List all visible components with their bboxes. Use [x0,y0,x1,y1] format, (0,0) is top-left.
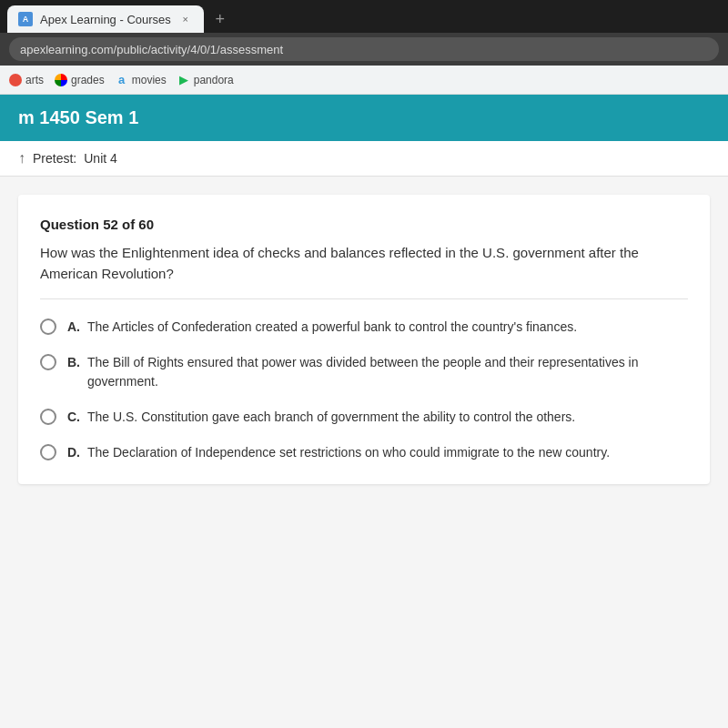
tab-close-button[interactable]: × [178,12,193,26]
new-tab-button[interactable]: + [207,6,233,32]
question-header: Question 52 of 60 [40,217,688,232]
radio-a[interactable] [40,318,56,335]
answer-options: A. The Articles of Confederation created… [40,318,688,462]
bookmarks-bar: arts grades a movies ▶ pandora [0,66,728,95]
grades-icon [55,74,67,86]
option-text-a: The Articles of Confederation created a … [87,318,577,337]
course-title: m 1450 Sem 1 [18,107,138,127]
breadcrumb-label: Pretest: [33,151,76,166]
pandora-icon: ▶ [177,74,190,86]
option-letter-b: B. [67,353,80,391]
bookmark-arts[interactable]: arts [9,74,44,86]
bookmark-movies[interactable]: a movies [116,74,167,86]
answer-option-a[interactable]: A. The Articles of Confederation created… [40,318,688,337]
page-content: m 1450 Sem 1 ↑ Pretest: Unit 4 Question … [0,95,728,728]
bookmark-grades[interactable]: grades [55,74,105,86]
bookmark-grades-label: grades [71,74,105,86]
course-header: m 1450 Sem 1 [0,95,728,141]
url-field[interactable]: apexlearning.com/public/activity/4/0/1/a… [9,37,719,61]
radio-c[interactable] [40,409,56,425]
answer-option-d[interactable]: D. The Declaration of Independence set r… [40,443,688,462]
tab-bar: A Apex Learning - Courses × + [0,0,728,33]
movies-icon: a [116,74,128,86]
option-content-d: D. The Declaration of Independence set r… [67,443,610,462]
answer-option-c[interactable]: C. The U.S. Constitution gave each branc… [40,408,688,427]
radio-d[interactable] [40,444,56,460]
option-text-d: The Declaration of Independence set rest… [87,443,610,462]
bookmark-movies-label: movies [132,74,167,86]
breadcrumb-icon: ↑ [18,150,25,167]
question-container: Question 52 of 60 How was the Enlightenm… [18,195,710,484]
answer-option-b[interactable]: B. The Bill of Rights ensured that power… [40,353,688,391]
bookmark-pandora-label: pandora [194,74,234,86]
option-content-b: B. The Bill of Rights ensured that power… [67,353,688,391]
option-content-c: C. The U.S. Constitution gave each branc… [67,408,575,427]
option-content-a: A. The Articles of Confederation created… [67,318,577,337]
bookmark-arts-label: arts [25,74,44,86]
address-bar: apexlearning.com/public/activity/4/0/1/a… [0,33,728,66]
option-letter-a: A. [67,318,80,337]
browser-chrome: A Apex Learning - Courses × + apexlearni… [0,0,728,95]
arts-icon [9,74,22,86]
option-text-b: The Bill of Rights ensured that power wa… [87,353,688,391]
breadcrumb-unit: Unit 4 [84,151,117,166]
breadcrumb: ↑ Pretest: Unit 4 [0,141,728,177]
question-text: How was the Enlightenment idea of checks… [40,243,688,299]
option-text-c: The U.S. Constitution gave each branch o… [87,408,575,427]
option-letter-d: D. [67,443,80,462]
tab-favicon: A [18,12,33,26]
active-tab[interactable]: A Apex Learning - Courses × [7,5,204,33]
radio-b[interactable] [40,354,56,370]
bookmark-pandora[interactable]: ▶ pandora [177,74,234,86]
tab-title: Apex Learning - Courses [40,13,171,26]
option-letter-c: C. [67,408,80,427]
